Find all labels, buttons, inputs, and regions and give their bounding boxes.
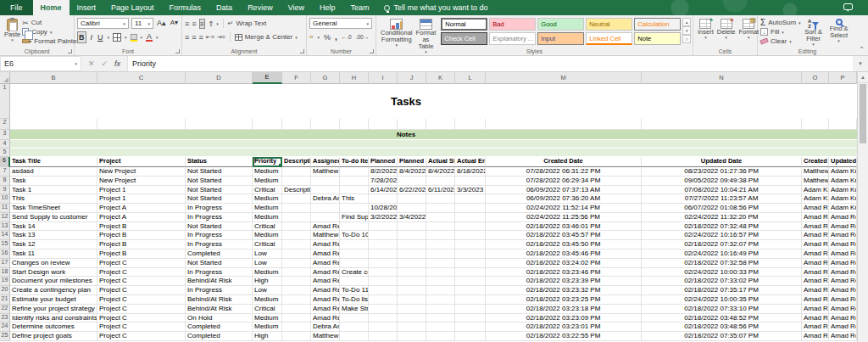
cell-D23[interactable]: On Hold: [186, 314, 253, 323]
cell-H17[interactable]: [340, 259, 369, 268]
cell-N11[interactable]: 06/07/2022 01:08:56 PM: [642, 204, 802, 213]
cell-N18[interactable]: 02/24/2022 10:00:33 PM: [642, 268, 802, 278]
row-header-19[interactable]: 19: [0, 277, 10, 286]
cell-L16[interactable]: [455, 249, 486, 259]
cell-I13[interactable]: [369, 222, 398, 232]
cell-D13[interactable]: Not Started: [186, 222, 253, 232]
column-header-F[interactable]: F: [282, 72, 311, 84]
row-header-4[interactable]: 4: [0, 140, 10, 149]
cell-F20[interactable]: [282, 286, 311, 295]
cell-L24[interactable]: [455, 322, 486, 332]
cell-G22[interactable]: Amad Reh: [311, 305, 340, 314]
cell-L11[interactable]: [455, 204, 486, 213]
cell-J22[interactable]: [398, 305, 426, 314]
cell-F12[interactable]: [282, 213, 311, 222]
cell-I22[interactable]: [369, 305, 398, 314]
shrink-font-button[interactable]: A▾: [170, 18, 179, 29]
cell-C10[interactable]: Project 1: [97, 194, 186, 204]
autosum-button[interactable]: ΣAutoSum ▾: [760, 18, 801, 27]
cell-G11[interactable]: [311, 204, 340, 213]
wrap-text-button[interactable]: ↵Wrap Text: [228, 19, 266, 28]
cell-J14[interactable]: [398, 231, 426, 240]
cell-B6[interactable]: Task Title: [10, 157, 97, 167]
cell-I14[interactable]: [369, 231, 398, 240]
column-header-L[interactable]: L: [455, 72, 486, 84]
cell-M12[interactable]: 02/24/2022 11:25:56 PM: [486, 213, 642, 222]
cell-F16[interactable]: [282, 249, 311, 259]
cell-K14[interactable]: [426, 231, 455, 240]
sort-filter-button[interactable]: AZ Sort & Filter▾: [801, 18, 826, 47]
cell-H18[interactable]: Create col: [340, 268, 369, 278]
cell-O11[interactable]: Amad Reh: [802, 204, 829, 213]
cell-J16[interactable]: [398, 249, 426, 259]
cell-M10[interactable]: 06/09/2022 07:36:20 AM: [486, 194, 642, 204]
cell-B20[interactable]: Create a contingency plan: [10, 286, 97, 295]
paste-button[interactable]: Paste ▾: [3, 18, 22, 42]
cell-G9[interactable]: [311, 186, 340, 195]
cell-I21[interactable]: [369, 295, 398, 305]
cell-F7[interactable]: [282, 167, 311, 177]
cell-M16[interactable]: 02/18/2022 03:45:46 PM: [486, 249, 642, 259]
cell-B23[interactable]: Identify risks and constraints: [10, 314, 97, 323]
row-header-5[interactable]: 5: [0, 149, 10, 157]
cell-K13[interactable]: [426, 222, 455, 232]
collapse-ribbon-icon[interactable]: ⌃: [859, 46, 865, 53]
cell-D16[interactable]: Completed: [186, 249, 253, 259]
row-header-16[interactable]: 16: [0, 249, 10, 259]
row-header-10[interactable]: 10: [0, 194, 10, 204]
cell-H14[interactable]: To-Do 101: [340, 231, 369, 240]
bold-button[interactable]: B: [77, 31, 86, 43]
cell-C14[interactable]: Project B: [97, 231, 186, 240]
cell-M25[interactable]: 02/18/2022 03:22:55 PM: [486, 332, 642, 341]
column-header-C[interactable]: C: [97, 72, 186, 84]
cell-N14[interactable]: 02/24/2022 10:16:57 PM: [642, 231, 802, 240]
cell-C7[interactable]: New Project: [97, 167, 186, 177]
cell-F18[interactable]: [282, 268, 311, 278]
gallery-more-icon[interactable]: ▿: [682, 35, 691, 43]
column-header-K[interactable]: K: [426, 72, 455, 84]
cell-E23[interactable]: Medium: [253, 314, 282, 323]
cell-P19[interactable]: Amad Reh: [829, 277, 857, 286]
cell-J20[interactable]: [398, 286, 426, 295]
cell-N8[interactable]: 09/05/2022 09:49:38 PM: [642, 177, 802, 186]
cell-H21[interactable]: To-Do list: [340, 295, 369, 305]
cell-D11[interactable]: In Progress: [186, 204, 253, 213]
cell-G12[interactable]: [311, 213, 340, 222]
cell-J11[interactable]: [398, 204, 426, 213]
cell-C9[interactable]: Project 1: [97, 186, 186, 195]
cell-C18[interactable]: Project C: [97, 268, 186, 278]
cell-I2[interactable]: [369, 119, 398, 130]
cell-C15[interactable]: Project B: [97, 240, 186, 249]
cell-B25[interactable]: Define project goals: [10, 332, 97, 341]
cell-F21[interactable]: [282, 295, 311, 305]
cell-P10[interactable]: Adam Kni: [829, 194, 857, 204]
cell-D7[interactable]: Not Started: [186, 167, 253, 177]
cell-N16[interactable]: 02/24/2022 10:16:49 PM: [642, 249, 802, 259]
cell-I25[interactable]: [369, 332, 398, 341]
tab-view[interactable]: View: [281, 0, 312, 15]
style-chip-linked-cell[interactable]: Linked Cell: [586, 32, 632, 45]
row-header-17[interactable]: 17: [0, 259, 10, 268]
italic-button[interactable]: I: [90, 32, 94, 42]
cell-I11[interactable]: 10/28/202: [369, 204, 398, 213]
cell-P6[interactable]: Updated B: [829, 157, 857, 167]
row-header-11[interactable]: 11: [0, 204, 10, 213]
cell-H7[interactable]: [340, 167, 369, 177]
cell-I10[interactable]: [369, 194, 398, 204]
conditional-formatting-button[interactable]: Conditional Formatting ▾: [379, 18, 415, 48]
gallery-down-icon[interactable]: ▾: [682, 26, 691, 35]
cell-P24[interactable]: Amad Reh: [829, 322, 857, 332]
cell-H9[interactable]: [340, 186, 369, 195]
top-align-icon[interactable]: ≡: [185, 20, 189, 28]
cell-G19[interactable]: Amad Reh: [311, 277, 340, 286]
cell-C2[interactable]: [97, 119, 186, 130]
cell-D12[interactable]: In Progress: [186, 213, 253, 222]
cell-D17[interactable]: Not Started: [186, 259, 253, 268]
cell-E16[interactable]: Low: [253, 249, 282, 259]
cell-L14[interactable]: [455, 231, 486, 240]
cell-O17[interactable]: Amad Reh: [802, 259, 829, 268]
column-header-M[interactable]: M: [486, 72, 642, 84]
cell-P17[interactable]: Amad Reh: [829, 259, 857, 268]
cell-O15[interactable]: Amad Reh: [802, 240, 829, 249]
cell-K20[interactable]: [426, 286, 455, 295]
